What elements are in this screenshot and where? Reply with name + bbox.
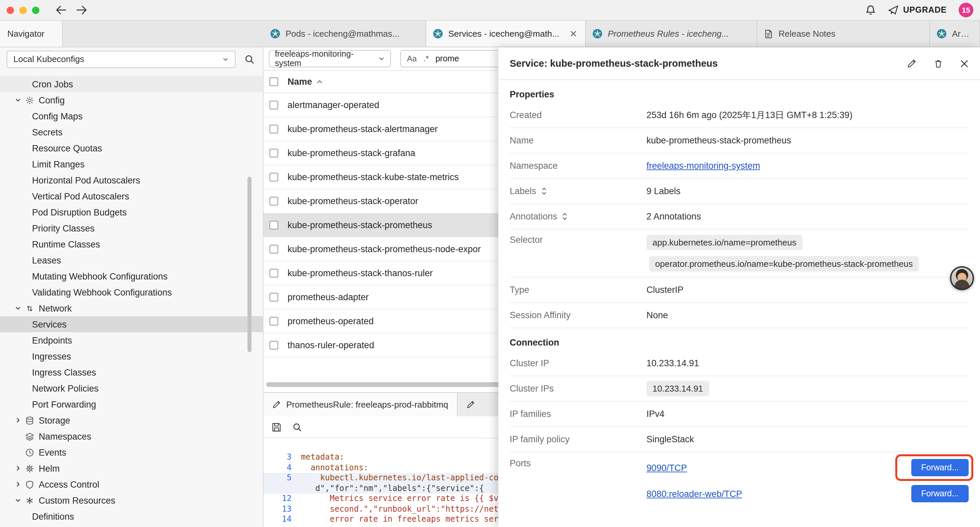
sidebar-item-limit-ranges[interactable]: Limit Ranges — [0, 156, 263, 172]
sidebar-item-pod-disruption-budgets[interactable]: Pod Disruption Budgets — [0, 204, 263, 220]
sidebar-item-cron-jobs[interactable]: Cron Jobs — [0, 76, 263, 92]
row-checkbox[interactable] — [269, 341, 278, 350]
sidebar-item-network[interactable]: Network — [0, 300, 263, 316]
sidebar-item-ingress-classes[interactable]: Ingress Classes — [0, 364, 263, 380]
kubeconfig-select[interactable]: Local Kubeconfigs — [7, 50, 235, 68]
gear-icon — [25, 96, 39, 104]
select-all-checkbox[interactable] — [269, 77, 278, 86]
cluster-ips-row: Cluster IPs 10.233.14.91 — [510, 376, 969, 401]
sidebar-item-resource-quotas[interactable]: Resource Quotas — [0, 140, 263, 156]
sidebar-item-horizontal-pod-autoscalers[interactable]: Horizontal Pod Autoscalers — [0, 172, 263, 188]
regex-toggle[interactable]: .* — [423, 54, 429, 64]
notifications-bell-icon[interactable] — [865, 5, 876, 15]
ip-families-row: IP families IPv4 — [510, 401, 969, 427]
window-tabs: Pods - icecheng@mathmas... Services - ic… — [264, 21, 980, 47]
sidebar-item-runtime-classes[interactable]: Runtime Classes — [0, 236, 263, 252]
sidebar-item-priority-classes[interactable]: Priority Classes — [0, 220, 263, 236]
back-button[interactable] — [56, 5, 67, 15]
port-link[interactable]: 8080:reloader-web/TCP — [646, 489, 742, 498]
namespace-row: Namespace freeleaps-monitoring-system — [510, 153, 969, 179]
notification-count-badge[interactable]: 15 — [959, 3, 973, 18]
tab-services[interactable]: Services - icecheng@math... — [426, 21, 586, 47]
ip-family-policy-row: IP family policy SingleStack — [510, 427, 969, 452]
kubernetes-icon — [270, 29, 280, 39]
edit-pencil-icon — [466, 400, 475, 409]
row-checkbox[interactable] — [269, 317, 278, 326]
titlebar: UPGRADE 15 — [0, 0, 980, 21]
editor-search-icon[interactable] — [292, 422, 302, 432]
tab-pods[interactable]: Pods - icecheng@mathmas... — [264, 21, 426, 47]
chevron-down-icon — [222, 56, 229, 62]
sidebar-item-secrets[interactable]: Secrets — [0, 124, 263, 140]
tab-close-icon[interactable] — [568, 29, 578, 39]
sidebar-item-storage[interactable]: Storage — [0, 412, 263, 428]
forward-port-button[interactable]: Forward... — [911, 459, 969, 476]
chevron-down-icon — [378, 56, 385, 62]
row-checkbox[interactable] — [269, 221, 278, 229]
sidebar-item-leases[interactable]: Leases — [0, 252, 263, 268]
forward-port-button[interactable]: Forward... — [911, 485, 969, 502]
sidebar-item-events[interactable]: Events — [0, 444, 263, 460]
namespace-link[interactable]: freeleaps-monitoring-system — [646, 161, 760, 171]
port-link[interactable]: 9090/TCP — [646, 463, 687, 473]
name-row: Name kube-prometheus-stack-prometheus — [510, 128, 969, 153]
close-window-button[interactable] — [7, 6, 14, 14]
sidebar-item-mutating-webhook-configurations[interactable]: Mutating Webhook Configurations — [0, 268, 263, 284]
sidebar-search-icon[interactable] — [243, 53, 256, 66]
upgrade-button[interactable]: UPGRADE — [888, 5, 947, 15]
unfold-more-icon[interactable] — [562, 212, 568, 221]
tab-release-notes[interactable]: Release Notes — [757, 21, 930, 47]
sidebar-item-ingresses[interactable]: Ingresses — [0, 348, 263, 364]
name-column-header[interactable]: Name — [288, 77, 323, 87]
helm-wheel-icon — [25, 464, 39, 473]
user-avatar[interactable] — [950, 266, 974, 290]
ports-row: Ports 9090/TCP Forward... 8080:reloader-… — [510, 452, 969, 503]
clock-icon — [25, 448, 39, 457]
row-checkbox[interactable] — [269, 197, 278, 205]
row-checkbox[interactable] — [269, 149, 278, 158]
minimize-window-button[interactable] — [19, 6, 27, 14]
unfold-more-icon[interactable] — [541, 187, 547, 196]
session-affinity-row: Session Affinity None — [510, 303, 969, 328]
row-checkbox[interactable] — [269, 125, 278, 134]
sidebar-item-vertical-pod-autoscalers[interactable]: Vertical Pod Autoscalers — [0, 188, 263, 204]
sidebar-item-network-policies[interactable]: Network Policies — [0, 380, 263, 396]
sidebar-item-helm[interactable]: Helm — [0, 460, 263, 476]
tab-prometheus-rules[interactable]: Prometheus Rules - icecheng... — [586, 21, 757, 47]
navigator-zone: Navigator — [0, 21, 264, 47]
match-case-toggle[interactable]: Aa — [407, 54, 417, 64]
sidebar-item-custom-resources[interactable]: Custom Resources — [0, 492, 263, 508]
sidebar-item-config-maps[interactable]: Config Maps — [0, 108, 263, 124]
sidebar-item-validating-webhook-configurations[interactable]: Validating Webhook Configurations — [0, 284, 263, 300]
row-checkbox[interactable] — [269, 245, 278, 253]
sidebar-item-definitions[interactable]: Definitions — [0, 508, 263, 524]
sidebar-item-port-forwarding[interactable]: Port Forwarding — [0, 396, 263, 412]
tab-strip: Navigator Pods - icecheng@mathmas... Ser… — [0, 21, 980, 47]
chevron-right-icon — [15, 417, 25, 424]
row-checkbox[interactable] — [269, 173, 278, 182]
sidebar-item-config[interactable]: Config — [0, 92, 263, 108]
sidebar-scrollbar[interactable] — [248, 177, 251, 352]
edit-pencil-icon[interactable] — [907, 58, 916, 68]
close-icon[interactable] — [960, 59, 969, 68]
row-checkbox[interactable] — [269, 293, 278, 301]
sidebar-item-namespaces[interactable]: Namespaces — [0, 428, 263, 444]
tab-argo[interactable]: Argo S — [930, 21, 980, 47]
sidebar-item-services[interactable]: Services — [0, 316, 263, 332]
navigator-panel-tab[interactable]: Navigator — [0, 21, 62, 47]
navigator-sidebar: Local Kubeconfigs Cron Jobs Config Confi… — [0, 47, 264, 527]
row-checkbox[interactable] — [269, 101, 278, 110]
sidebar-item-access-control[interactable]: Access Control — [0, 476, 263, 492]
save-icon[interactable] — [272, 422, 282, 432]
forward-button[interactable] — [75, 5, 88, 15]
namespace-filter-select[interactable]: freeleaps-monitoring-system — [269, 50, 391, 67]
sidebar-item-endpoints[interactable]: Endpoints — [0, 332, 263, 348]
trash-icon[interactable] — [933, 58, 943, 68]
row-checkbox[interactable] — [269, 269, 278, 277]
app-window: UPGRADE 15 Navigator Pods - icecheng@mat… — [0, 0, 980, 527]
zoom-window-button[interactable] — [32, 6, 39, 14]
chevron-down-icon — [15, 497, 25, 504]
dock-tab-prometheusrule[interactable]: PrometheusRule: freeleaps-prod-rabbitmq — [264, 393, 458, 416]
service-details-panel: Service: kube-prometheus-stack-prometheu… — [498, 47, 980, 527]
dock-tab-partial[interactable] — [458, 393, 504, 416]
